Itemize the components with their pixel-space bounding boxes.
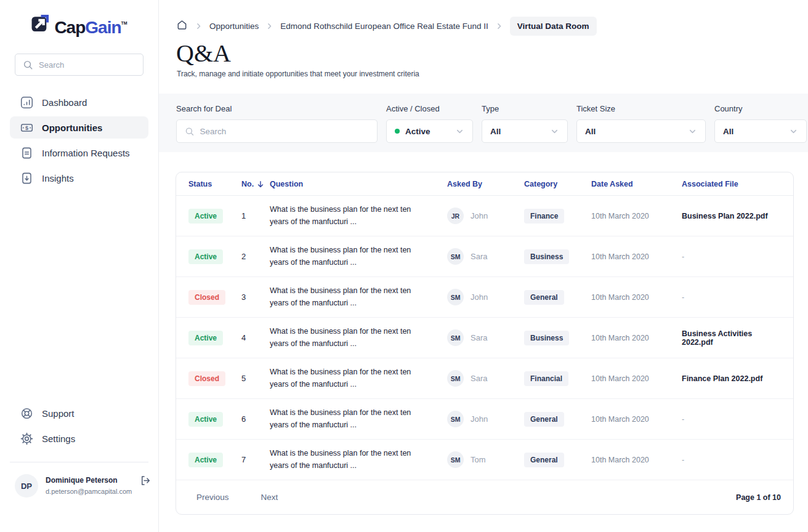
next-page-button[interactable]: Next <box>261 493 278 502</box>
search-icon <box>185 126 195 137</box>
category-badge: General <box>524 412 564 427</box>
category-cell: Financial <box>524 371 591 386</box>
status-dot-icon <box>395 129 400 134</box>
table-row[interactable]: Active 1 What is the business plan for t… <box>176 196 793 236</box>
sidebar-item-support[interactable]: Support <box>10 402 148 424</box>
status-cell: Active <box>188 209 241 224</box>
associated-file-cell[interactable]: - <box>682 415 781 424</box>
associated-file-cell[interactable]: - <box>682 456 781 464</box>
ticket-size-dropdown-value: All <box>585 127 596 136</box>
number-cell: 1 <box>241 211 270 220</box>
associated-file-cell[interactable]: Business Activities 2022.pdf <box>682 329 781 347</box>
breadcrumb-opportunities[interactable]: Opportunities <box>209 22 259 31</box>
banknote-icon: $ <box>20 121 33 134</box>
filter-type-group: Type All <box>482 104 568 143</box>
sidebar-item-opportunities[interactable]: $ Opportunities <box>10 116 148 139</box>
question-cell: What is the business plan for the next t… <box>270 326 424 350</box>
breadcrumb-fund[interactable]: Edmond Rothschild European Office Real E… <box>280 22 488 31</box>
sidebar-nav: Dashboard $ Opportunities Information Re… <box>0 91 158 189</box>
asked-by-name: John <box>471 414 488 424</box>
qa-table-card: Status No. Question Asked By Category Da… <box>176 172 794 515</box>
logout-button[interactable] <box>139 475 151 489</box>
bar-chart-icon <box>20 96 33 109</box>
column-header-no[interactable]: No. <box>241 180 270 188</box>
sidebar: CapGainTM Dashboard $ Opportunities <box>0 0 159 532</box>
filter-ticket-size-group: Ticket Size All <box>576 104 706 143</box>
date-asked-cell: 10th March 2020 <box>591 252 682 261</box>
status-badge: Active <box>188 453 223 467</box>
sort-descending-icon[interactable] <box>256 180 265 188</box>
sidebar-item-dashboard[interactable]: Dashboard <box>10 91 148 113</box>
country-dropdown[interactable]: All <box>714 119 807 143</box>
avatar: JR <box>447 208 464 224</box>
sidebar-item-label: Opportunities <box>42 123 102 133</box>
category-badge: Business <box>524 249 569 264</box>
sidebar-search-input[interactable] <box>39 60 135 70</box>
category-badge: General <box>524 290 564 305</box>
breadcrumb: Opportunities Edmond Rothschild European… <box>176 17 808 35</box>
filter-label: Search for Deal <box>176 104 378 114</box>
category-cell: Finance <box>524 209 591 224</box>
table-row[interactable]: Active 4 What is the business plan for t… <box>176 318 793 358</box>
status-cell: Active <box>188 331 241 345</box>
status-badge: Closed <box>188 290 225 305</box>
main-content: Opportunities Edmond Rothschild European… <box>159 0 808 532</box>
avatar: SM <box>447 451 464 468</box>
category-badge: Finance <box>524 209 564 224</box>
associated-file-cell[interactable]: - <box>682 252 781 261</box>
sidebar-item-insights[interactable]: Insights <box>10 167 148 189</box>
type-dropdown[interactable]: All <box>482 119 568 143</box>
breadcrumb-current-virtual-data-room[interactable]: Virtual Data Room <box>510 17 597 36</box>
category-cell: General <box>524 290 591 305</box>
sidebar-spacer <box>0 189 158 387</box>
brand-logo[interactable]: CapGainTM <box>0 14 158 37</box>
status-cell: Closed <box>188 290 241 305</box>
deal-search-input[interactable] <box>200 127 369 136</box>
avatar: SM <box>447 248 464 265</box>
category-cell: Business <box>524 249 591 264</box>
sidebar-search[interactable] <box>15 54 143 76</box>
table-header-row: Status No. Question Asked By Category Da… <box>176 172 793 196</box>
category-badge: Business <box>524 331 569 345</box>
column-header-asked-by: Asked By <box>447 180 524 188</box>
table-row[interactable]: Closed 5 What is the business plan for t… <box>176 358 793 399</box>
ticket-size-dropdown[interactable]: All <box>576 119 706 143</box>
status-cell: Active <box>188 249 241 264</box>
number-cell: 4 <box>241 333 270 342</box>
asked-by-cell: SM John <box>447 289 524 305</box>
sidebar-item-settings[interactable]: Settings <box>10 427 148 449</box>
status-badge: Active <box>188 412 223 427</box>
user-email: d.peterson@pamcapital.com <box>46 487 132 496</box>
date-asked-cell: 10th March 2020 <box>591 334 682 342</box>
category-cell: Business <box>524 331 591 345</box>
asked-by-cell: SM Tom <box>447 451 524 468</box>
previous-page-button[interactable]: Previous <box>196 493 229 502</box>
status-dropdown[interactable]: Active <box>386 119 473 143</box>
number-cell: 5 <box>241 374 270 383</box>
svg-text:$: $ <box>25 124 28 131</box>
deal-search-field[interactable] <box>176 119 378 143</box>
associated-file-cell[interactable]: Business Plan 2022.pdf <box>682 212 781 220</box>
country-dropdown-value: All <box>723 127 733 136</box>
asked-by-cell: SM Sara <box>447 248 524 265</box>
associated-file-cell[interactable]: - <box>682 293 781 302</box>
question-cell: What is the business plan for the next t… <box>270 244 424 268</box>
table-row[interactable]: Closed 3 What is the business plan for t… <box>176 277 793 318</box>
user-profile[interactable]: DP Dominique Peterson d.peterson@pamcapi… <box>0 462 158 532</box>
filter-status-group: Active / Closed Active <box>386 104 473 143</box>
question-cell: What is the business plan for the next t… <box>270 285 424 309</box>
chevron-down-icon <box>688 127 697 136</box>
associated-file-cell[interactable]: Finance Plan 2022.pdf <box>682 374 781 383</box>
date-asked-cell: 10th March 2020 <box>591 415 682 424</box>
table-row[interactable]: Active 6 What is the business plan for t… <box>176 399 793 440</box>
sidebar-item-information-requests[interactable]: Information Requests <box>10 142 148 164</box>
category-badge: Financial <box>524 371 568 386</box>
pagination: Previous Next Page 1 of 10 <box>176 480 793 514</box>
number-cell: 3 <box>241 292 270 302</box>
column-header-category: Category <box>524 180 591 188</box>
table-row[interactable]: Active 2 What is the business plan for t… <box>176 236 793 277</box>
home-icon[interactable] <box>176 19 188 33</box>
question-cell: What is the business plan for the next t… <box>270 366 424 390</box>
capgain-logo-icon <box>31 14 54 33</box>
table-row[interactable]: Active 7 What is the business plan for t… <box>176 440 793 480</box>
